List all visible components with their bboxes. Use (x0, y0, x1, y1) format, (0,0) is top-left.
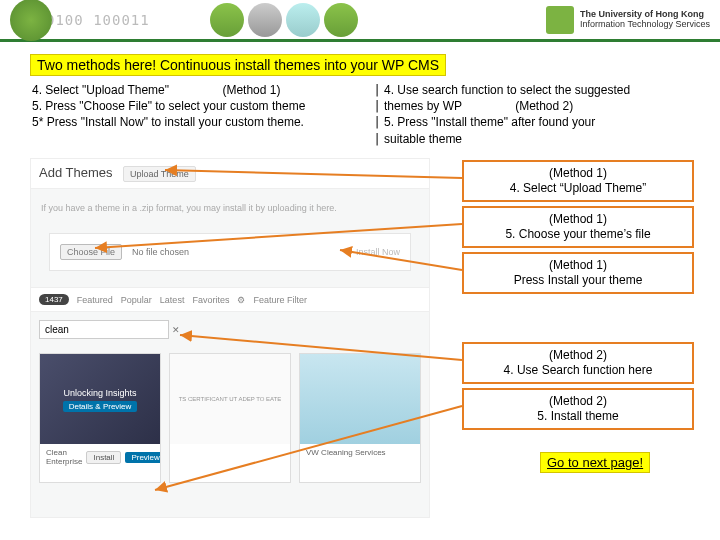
column-separator: |||| (370, 82, 384, 147)
install-now-button[interactable]: Install Now (356, 247, 400, 257)
theme-bar: VW Cleaning Services (300, 444, 420, 461)
theme-preview: Unlocking Insights Details & Preview (40, 354, 160, 444)
filter-tab[interactable]: Favorites (192, 295, 229, 305)
theme-bar (170, 444, 290, 452)
filter-tab[interactable]: Latest (160, 295, 185, 305)
card-title: TS CERTIFICANT UT ADEP TO EATE (175, 392, 286, 406)
header-brand: The University of Hong Kong Information … (546, 6, 710, 34)
wp-search: ✕ (39, 320, 421, 339)
next-page-link[interactable]: Go to next page! (540, 452, 650, 473)
m2-line2b: (Method 2) (515, 99, 573, 113)
callout-text: 4. Use Search function here (474, 363, 682, 378)
brand-line2: Information Technology Services (580, 20, 710, 30)
m2-line3: 5. Press "Install theme" after found you… (384, 114, 700, 130)
theme-preview (300, 354, 420, 444)
callout-tag: (Method 1) (474, 258, 682, 273)
theme-card[interactable]: VW Cleaning Services (299, 353, 421, 483)
card-title: Unlocking Insights (63, 388, 138, 398)
gear-icon: ⚙ (237, 295, 245, 305)
theme-bar: Clean Enterprise Install Preview (40, 444, 160, 470)
callout-tag: (Method 2) (474, 394, 682, 409)
wp-upload-note: If you have a theme in a .zip format, yo… (31, 189, 429, 227)
callout-method1-install: (Method 1) Press Install your theme (462, 252, 694, 294)
filter-tab[interactable]: Feature Filter (253, 295, 307, 305)
callout-text: Press Install your theme (474, 273, 682, 288)
circle-icon (286, 3, 320, 37)
wp-filter-bar: 1437 Featured Popular Latest Favorites ⚙… (31, 287, 429, 312)
circle-icon (210, 3, 244, 37)
add-themes-heading: Add Themes (39, 165, 112, 180)
callout-method2-step5: (Method 2) 5. Install theme (462, 388, 694, 430)
no-file-label: No file chosen (132, 247, 189, 257)
hku-logo-icon (546, 6, 574, 34)
callout-text: 4. Select “Upload Theme” (474, 181, 682, 196)
theme-card[interactable]: Unlocking Insights Details & Preview Cle… (39, 353, 161, 483)
globe-icon (10, 0, 52, 41)
callout-text: 5. Choose your theme’s file (474, 227, 682, 242)
column-method1: 4. Select "Upload Theme" (Method 1) 5. P… (32, 82, 370, 147)
search-input[interactable] (39, 320, 169, 339)
wordpress-screenshot: Add Themes Upload Theme If you have a th… (30, 158, 430, 518)
brand-text: The University of Hong Kong Information … (580, 10, 710, 30)
install-button[interactable]: Install (86, 451, 121, 464)
wp-upload-row: Choose File No file chosen Install Now (49, 233, 411, 271)
theme-preview: TS CERTIFICANT UT ADEP TO EATE (170, 354, 290, 444)
upload-theme-tab[interactable]: Upload Theme (123, 166, 196, 182)
header-left: 0100 100011 (10, 0, 358, 41)
circle-icon (324, 3, 358, 37)
callout-method2-step4: (Method 2) 4. Use Search function here (462, 342, 694, 384)
m2-line2a: themes by WP (384, 99, 462, 113)
theme-name: Clean Enterprise (46, 448, 82, 466)
m1-line2: 5. Press "Choose File" to select your cu… (32, 98, 370, 114)
slide-title: Two methods here! Continuous install the… (30, 54, 446, 76)
m2-line1: 4. Use search function to select the sug… (384, 82, 700, 98)
slide-header: 0100 100011 The University of Hong Kong … (0, 0, 720, 42)
callout-text: 5. Install theme (474, 409, 682, 424)
binary-decoration: 0100 100011 (46, 12, 150, 28)
theme-name: VW Cleaning Services (306, 448, 386, 457)
callout-method1-step4: (Method 1) 4. Select “Upload Theme” (462, 160, 694, 202)
callout-tag: (Method 1) (474, 166, 682, 181)
instruction-columns: 4. Select "Upload Theme" (Method 1) 5. P… (32, 82, 700, 147)
choose-file-button[interactable]: Choose File (60, 244, 122, 260)
details-button[interactable]: Details & Preview (63, 401, 138, 412)
filter-tab[interactable]: Featured (77, 295, 113, 305)
m2-line4: suitable theme (384, 131, 700, 147)
wp-theme-grid: Unlocking Insights Details & Preview Cle… (31, 347, 429, 489)
callout-tag: (Method 2) (474, 348, 682, 363)
circle-icon (248, 3, 282, 37)
callout-method1-step5: (Method 1) 5. Choose your theme’s file (462, 206, 694, 248)
callout-tag: (Method 1) (474, 212, 682, 227)
m1-line3: 5* Press "Install Now" to install your c… (32, 114, 370, 130)
m1-line1a: 4. Select "Upload Theme" (32, 83, 169, 97)
theme-count-badge: 1437 (39, 294, 69, 305)
column-method2: 4. Use search function to select the sug… (384, 82, 700, 147)
preview-button[interactable]: Preview (125, 452, 161, 463)
clear-icon[interactable]: ✕ (172, 325, 180, 335)
filter-tab[interactable]: Popular (121, 295, 152, 305)
header-circles (210, 3, 358, 37)
wp-tabs: Add Themes Upload Theme (31, 159, 429, 189)
m1-line1b: (Method 1) (222, 83, 280, 97)
theme-card[interactable]: TS CERTIFICANT UT ADEP TO EATE (169, 353, 291, 483)
